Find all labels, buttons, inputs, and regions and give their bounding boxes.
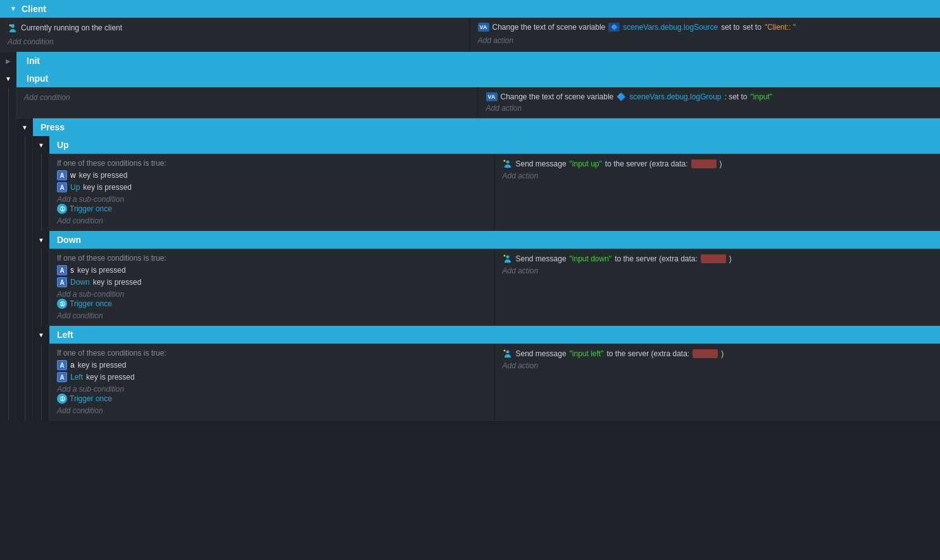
- down-add-condition[interactable]: Add condition: [57, 311, 103, 320]
- down-actions: Send message "input down" to the server …: [495, 249, 941, 325]
- left-trigger-once: ① Trigger once: [57, 394, 486, 404]
- client-event-row: Currently running on the client Add cond…: [0, 18, 940, 52]
- change-text-label: Change the text of scene variable: [492, 23, 606, 32]
- down-event-row: If one of these conditions is true: A s …: [49, 249, 940, 326]
- client-change-var-action: VA Change the text of scene variable 🔷 s…: [478, 23, 933, 32]
- s-key-icon: A: [57, 265, 67, 275]
- var-icon3: VA: [486, 92, 498, 101]
- key-pressed-label6: key is pressed: [86, 373, 135, 382]
- left-expand-icon[interactable]: ▼: [38, 332, 44, 339]
- down-key-icon: A: [57, 277, 67, 287]
- key-pressed-label4: key is pressed: [93, 278, 142, 287]
- close-paren: ): [720, 159, 722, 168]
- set-to-label2: set to: [743, 23, 761, 32]
- key-pressed-label3: key is pressed: [77, 266, 126, 275]
- left-label: Left: [57, 330, 73, 340]
- press-section-header[interactable]: Press: [33, 118, 940, 136]
- diamond-icon: 🔷: [617, 92, 626, 101]
- left-send-msg-action: Send message "input left" to the server …: [503, 349, 933, 359]
- down-expand-icon[interactable]: ▼: [38, 237, 44, 244]
- w-key-icon: A: [57, 170, 67, 180]
- input-section-content: Add condition VA Change the text of scen…: [0, 87, 940, 421]
- down-s-key: A s key is pressed: [57, 265, 486, 275]
- left-add-sub-condition[interactable]: Add a sub-condition: [57, 385, 124, 394]
- client-add-condition[interactable]: Add condition: [8, 37, 461, 46]
- svg-point-6: [506, 351, 509, 354]
- down-section-header[interactable]: Down: [49, 231, 940, 249]
- set-to-label: set to: [721, 23, 739, 32]
- input-event-row: Add condition VA Change the text of scen…: [16, 87, 940, 118]
- left-extra-data: [692, 349, 718, 358]
- init-section-header[interactable]: Init: [16, 52, 940, 70]
- input-add-action[interactable]: Add action: [486, 104, 522, 113]
- input-add-condition[interactable]: Add condition: [24, 93, 70, 102]
- svg-point-3: [503, 160, 505, 162]
- network-send-icon: [503, 159, 513, 169]
- trigger-once-icon2: ①: [57, 299, 67, 309]
- up-msg-value: "input up": [570, 159, 602, 168]
- running-icon: [8, 23, 18, 33]
- var-icon: VA: [478, 23, 489, 32]
- down-msg-value: "input down": [570, 254, 612, 263]
- init-label: Init: [27, 56, 40, 66]
- client-section-header[interactable]: ▼ Client: [0, 0, 940, 18]
- press-section-content: ▼ Up If one of these conditions is true:: [16, 136, 940, 421]
- up-add-sub-condition[interactable]: Add a sub-condition: [57, 195, 124, 204]
- input-section-header[interactable]: Input: [16, 70, 940, 87]
- up-add-action[interactable]: Add action: [503, 171, 539, 180]
- up-section-content: If one of these conditions is true: A w …: [33, 154, 940, 231]
- var-icon2: 🔷: [608, 23, 620, 32]
- svg-point-2: [506, 161, 509, 164]
- down-label: Down: [57, 235, 81, 245]
- trigger-once-label2: Trigger once: [70, 299, 112, 308]
- up-add-condition[interactable]: Add condition: [57, 216, 103, 225]
- close-paren2: ): [729, 254, 732, 263]
- press-expand-icon[interactable]: ▼: [22, 124, 28, 131]
- scene-var-source: sceneVars.debug.logSource: [623, 23, 718, 32]
- up-section-header[interactable]: Up: [49, 136, 940, 154]
- up-section-wrapper: ▼ Up: [33, 136, 940, 154]
- left-add-condition[interactable]: Add condition: [57, 406, 103, 415]
- send-msg-label3: Send message: [516, 349, 567, 358]
- left-add-action[interactable]: Add action: [503, 361, 539, 370]
- client-actions: VA Change the text of scene variable 🔷 s…: [470, 18, 941, 51]
- left-a-key: A a key is pressed: [57, 360, 486, 370]
- network-send-icon3: [503, 349, 513, 359]
- client-label: Client: [22, 4, 46, 14]
- down-extra-data: [701, 254, 726, 263]
- input-section-wrapper: ▼ Input: [0, 70, 940, 87]
- input-expand-icon[interactable]: ▼: [5, 75, 11, 82]
- input-change-var-action: VA Change the text of scene variable 🔷 s…: [486, 92, 933, 101]
- down-add-sub-condition[interactable]: Add a sub-condition: [57, 290, 124, 299]
- set-to2: : set to: [725, 92, 748, 101]
- change-text-label2: Change the text of scene variable: [501, 92, 614, 101]
- send-msg-label2: Send message: [516, 254, 567, 263]
- up-expand-icon[interactable]: ▼: [38, 142, 44, 149]
- down-add-action[interactable]: Add action: [503, 266, 539, 275]
- left-conditions: If one of these conditions is true: A a …: [49, 344, 495, 420]
- svg-point-1: [9, 25, 11, 27]
- down-section-content: If one of these conditions is true: A s …: [33, 249, 940, 326]
- to-server-label3: to the server (extra data:: [606, 349, 689, 358]
- left-section-content: If one of these conditions is true: A a …: [33, 344, 940, 421]
- a-key-icon: A: [57, 360, 67, 370]
- client-chevron: ▼: [10, 5, 18, 13]
- key-pressed-label2: key is pressed: [83, 183, 132, 192]
- left-left-key: A Left key is pressed: [57, 372, 486, 382]
- send-msg-label: Send message: [516, 159, 567, 168]
- down-down-key: A Down key is pressed: [57, 277, 486, 287]
- up-if-one-of: If one of these conditions is true:: [57, 159, 486, 168]
- left-section-header[interactable]: Left: [49, 326, 940, 344]
- left-section-wrapper: ▼ Left: [33, 326, 940, 344]
- down-section-wrapper: ▼ Down: [33, 231, 940, 249]
- client-add-action[interactable]: Add action: [478, 36, 933, 45]
- svg-point-5: [503, 255, 505, 257]
- up-send-msg-action: Send message "input up" to the server (e…: [503, 159, 933, 169]
- init-section-wrapper: ▶ Init: [0, 52, 940, 70]
- init-expand-icon[interactable]: ▶: [6, 58, 11, 65]
- trigger-once-icon: ①: [57, 204, 67, 214]
- trigger-once-label3: Trigger once: [70, 394, 112, 403]
- up-event-row: If one of these conditions is true: A w …: [49, 154, 940, 231]
- client-conditions: Currently running on the client Add cond…: [0, 18, 470, 51]
- up-label: Up: [57, 140, 69, 150]
